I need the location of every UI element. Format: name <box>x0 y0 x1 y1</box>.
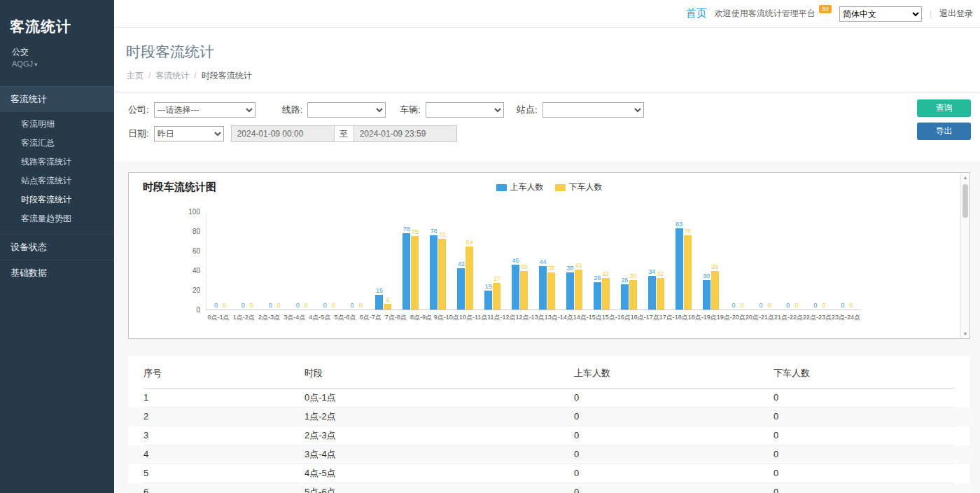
scroll-up-icon[interactable]: ▲ <box>963 175 968 180</box>
station-select[interactable] <box>542 102 644 118</box>
bar[interactable]: 75 <box>411 236 419 310</box>
scroll-down-icon[interactable]: ▼ <box>963 331 968 336</box>
table-row[interactable]: 65点-6点00 <box>128 483 970 493</box>
bar-value-label: 15 <box>376 287 383 294</box>
bar[interactable]: 28 <box>594 282 601 310</box>
table-row[interactable]: 32点-3点00 <box>128 426 970 445</box>
bar[interactable]: 41 <box>575 270 582 310</box>
breadcrumb-item[interactable]: 客流统计 <box>155 71 189 81</box>
app-title: 客流统计 <box>0 0 114 43</box>
chart-x-labels: 0点-1点1点-2点2点-3点3点-4点4点-5点5点-6点6点-7点7点-8点… <box>206 313 860 322</box>
query-button[interactable]: 查询 <box>917 99 971 117</box>
bar[interactable]: 76 <box>684 235 692 310</box>
bar[interactable]: 26 <box>621 284 629 310</box>
line-select[interactable] <box>307 102 386 118</box>
logout-link[interactable]: 退出登录 <box>939 8 973 20</box>
bar-group: 00 <box>234 212 261 310</box>
table-cell: 0 <box>774 408 955 426</box>
bar-group: 156 <box>370 212 398 310</box>
sidebar-item[interactable]: 线路客流统计 <box>0 153 114 172</box>
bar[interactable]: 30 <box>629 280 637 310</box>
x-axis-label: 4点-5点 <box>307 313 332 322</box>
bar[interactable]: 64 <box>465 246 473 310</box>
bar-value-label: 0 <box>241 302 245 309</box>
bar-group: 3841 <box>561 212 588 310</box>
breadcrumb-item[interactable]: 时段客流统计 <box>202 71 252 81</box>
table-row[interactable]: 43点-4点00 <box>128 445 970 464</box>
date-end-input[interactable] <box>354 125 457 142</box>
chart-scrollbar[interactable]: ▲ ▼ <box>960 173 969 338</box>
date-preset-select[interactable]: 昨日 <box>154 126 224 141</box>
bar-group: 00 <box>778 212 806 310</box>
sidebar-section[interactable]: 基础数据 <box>0 260 114 286</box>
home-link[interactable]: 首页 <box>686 7 707 20</box>
bar-value-label: 0 <box>822 302 825 309</box>
breadcrumb-item[interactable]: 主页 <box>127 71 144 81</box>
bar[interactable]: 46 <box>512 265 519 310</box>
sidebar-section[interactable]: 设备状态 <box>0 234 114 260</box>
table-row[interactable]: 54点-5点00 <box>128 464 970 483</box>
bar[interactable]: 72 <box>438 239 446 310</box>
bar[interactable]: 6 <box>384 304 391 310</box>
org-selector[interactable]: AQGJ▾ <box>0 58 114 68</box>
bar-value-label: 75 <box>412 228 419 235</box>
bar[interactable]: 32 <box>602 278 610 310</box>
bar-value-label: 0 <box>359 302 363 309</box>
x-axis-label: 12点-13点 <box>516 313 545 322</box>
bar-value-label: 39 <box>711 263 718 270</box>
sidebar-section[interactable]: 客流统计 <box>0 86 114 112</box>
sidebar-item[interactable]: 站点客流统计 <box>0 172 114 190</box>
bar[interactable]: 15 <box>375 295 383 310</box>
page-header-panel: 时段客流统计 主页/客流统计/时段客流统计 公司: ---请选择--- 线路: … <box>114 28 980 161</box>
y-axis-tick: 60 <box>192 247 200 255</box>
bar-group: 7672 <box>424 212 451 310</box>
table-row[interactable]: 21点-2点00 <box>128 408 970 426</box>
table-cell: 1 <box>144 389 304 408</box>
divider: | <box>930 9 932 19</box>
sidebar-submenu: 客流明细客流汇总线路客流统计站点客流统计时段客流统计客流量趋势图 <box>0 112 114 234</box>
bar[interactable]: 39 <box>520 271 528 310</box>
bar[interactable]: 30 <box>703 280 710 310</box>
date-range-group: 至 <box>231 125 457 142</box>
export-button[interactable]: 导出 <box>917 123 971 140</box>
data-table: 序号时段上车人数下车人数 10点-1点0021点-2点0032点-3点0043点… <box>128 356 970 493</box>
bar[interactable]: 27 <box>493 283 500 310</box>
company-select[interactable]: ---请选择--- <box>154 102 255 118</box>
legend-label: 上车人数 <box>510 181 544 193</box>
legend-swatch <box>496 184 507 191</box>
x-axis-label: 21点-22点 <box>774 313 803 322</box>
notification-badge[interactable]: 34 <box>819 5 832 13</box>
bar[interactable]: 44 <box>539 266 547 310</box>
bar[interactable]: 19 <box>484 291 492 310</box>
table-row[interactable]: 10点-1点00 <box>128 389 970 408</box>
sidebar-item[interactable]: 客流明细 <box>0 115 114 134</box>
table-cell: 4点-5点 <box>304 464 574 483</box>
sidebar-item[interactable]: 客流汇总 <box>0 134 114 153</box>
x-axis-label: 5点-6点 <box>332 313 358 322</box>
bar-value-label: 0 <box>277 302 281 309</box>
vehicle-select[interactable] <box>426 102 504 118</box>
language-select[interactable]: 简体中文 <box>839 6 922 22</box>
bar[interactable]: 78 <box>402 233 410 310</box>
table-cell: 0 <box>774 389 955 408</box>
sidebar-item[interactable]: 客流量趋势图 <box>0 209 114 228</box>
date-start-input[interactable] <box>231 125 335 142</box>
bar-value-label: 26 <box>621 277 628 284</box>
bar[interactable]: 32 <box>657 278 664 310</box>
bar-value-label: 0 <box>332 302 335 309</box>
legend-item[interactable]: 下车人数 <box>555 181 603 193</box>
bar[interactable]: 83 <box>676 228 683 310</box>
legend-item[interactable]: 上车人数 <box>496 181 544 193</box>
table-cell: 4 <box>144 445 304 464</box>
sidebar-item[interactable]: 时段客流统计 <box>0 190 114 209</box>
bar[interactable]: 76 <box>430 235 438 310</box>
bar[interactable]: 39 <box>711 271 719 310</box>
bar-value-label: 72 <box>439 231 446 238</box>
scrollbar-thumb[interactable] <box>962 184 968 218</box>
bar[interactable]: 38 <box>547 272 555 310</box>
bar[interactable]: 42 <box>457 268 465 310</box>
bar[interactable]: 38 <box>566 272 574 310</box>
bar-value-label: 0 <box>849 302 853 309</box>
table-cell: 0 <box>574 389 774 408</box>
bar[interactable]: 34 <box>648 276 656 310</box>
